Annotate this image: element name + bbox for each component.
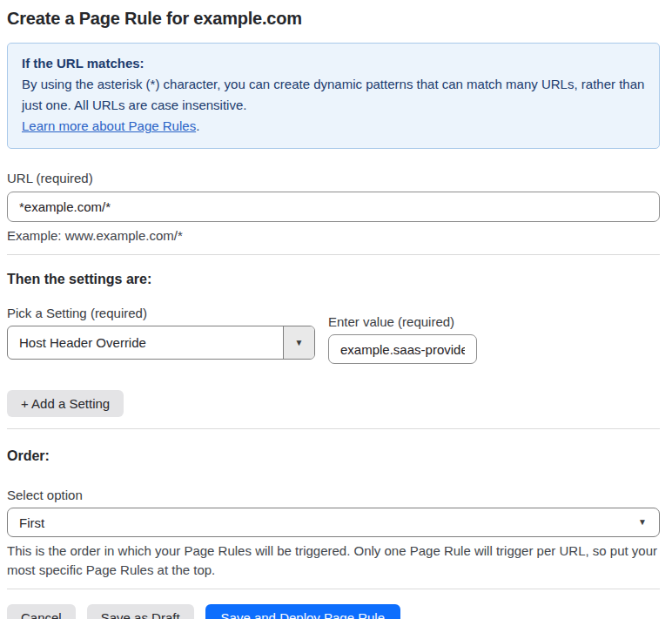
url-label: URL (required) (7, 171, 660, 185)
info-box-heading: If the URL matches: (22, 53, 645, 74)
save-and-deploy-button[interactable]: Save and Deploy Page Rule (205, 604, 400, 619)
footer-actions: Cancel Save as Draft Save and Deploy Pag… (7, 604, 660, 619)
enter-value-label: Enter value (required) (328, 314, 477, 329)
order-select-label: Select option (7, 488, 660, 502)
divider (7, 589, 660, 589)
page-title: Create a Page Rule for example.com (7, 9, 660, 29)
enter-value-column: Enter value (required) (328, 314, 477, 364)
url-example-text: Example: www.example.com/* (7, 228, 660, 243)
order-help-text: This is the order in which your Page Rul… (7, 542, 660, 580)
setting-value-input[interactable] (328, 334, 477, 364)
divider (7, 254, 660, 255)
settings-section-heading: Then the settings are: (7, 272, 660, 287)
save-as-draft-button[interactable]: Save as Draft (87, 604, 194, 619)
pick-setting-dropdown[interactable]: Host Header Override ▼ (7, 326, 315, 360)
link-period: . (196, 118, 199, 133)
order-select[interactable]: First ▼ (7, 508, 660, 537)
pick-setting-column: Pick a Setting (required) Host Header Ov… (7, 306, 315, 360)
pick-setting-selected-value: Host Header Override (8, 335, 283, 350)
dropdown-arrow-button[interactable]: ▼ (283, 326, 314, 359)
url-match-info-box: If the URL matches: By using the asteris… (7, 43, 660, 149)
url-input[interactable] (7, 192, 660, 222)
cancel-button[interactable]: Cancel (7, 604, 76, 619)
chevron-down-icon: ▼ (295, 339, 304, 347)
learn-more-link[interactable]: Learn more about Page Rules (22, 118, 196, 133)
pick-setting-label: Pick a Setting (required) (7, 306, 315, 320)
info-box-body: By using the asterisk (*) character, you… (22, 74, 645, 116)
chevron-down-icon: ▼ (638, 518, 647, 527)
info-box-link-line: Learn more about Page Rules. (22, 116, 645, 137)
order-section-heading: Order: (7, 448, 660, 464)
divider (7, 428, 660, 429)
add-setting-button[interactable]: + Add a Setting (7, 390, 124, 417)
setting-row: Pick a Setting (required) Host Header Ov… (7, 306, 660, 364)
order-selected-value: First (8, 515, 638, 530)
